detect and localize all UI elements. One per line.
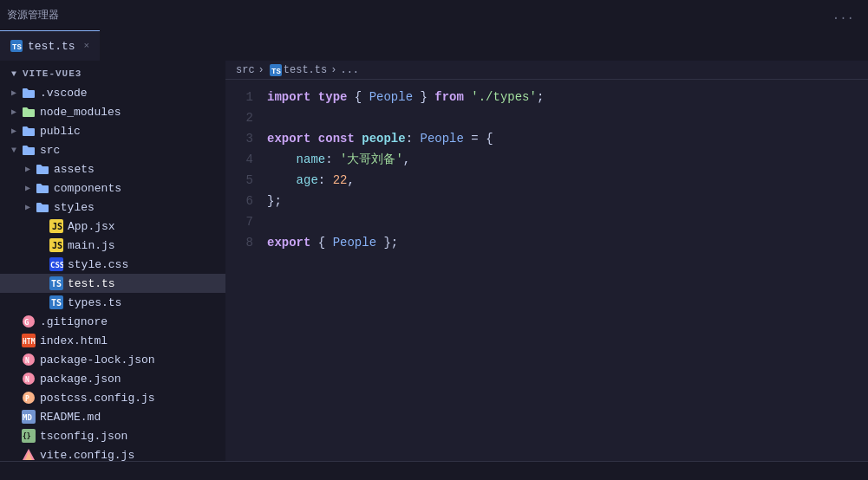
token: from: [434, 90, 464, 104]
tree-item-label: test.ts: [68, 277, 219, 290]
sidebar-root[interactable]: ▼ VITE-VUE3: [0, 64, 225, 83]
sidebar-item-tsconfig[interactable]: {} tsconfig.json: [0, 426, 225, 445]
ts-file-icon: TS: [10, 40, 23, 52]
token: import: [267, 90, 310, 104]
code-line-8: export { People };: [267, 232, 854, 253]
title-bar-menu[interactable]: ...: [826, 9, 861, 23]
sidebar-tree: ▼ VITE-VUE3 ▶ .vscode ▶ node_modules ▶ p…: [0, 61, 225, 461]
tree-item-label: main.js: [68, 239, 219, 252]
token: ,: [347, 173, 354, 187]
package-icon: N: [21, 352, 36, 367]
token: age: [297, 173, 318, 187]
line-number-5: 5: [225, 170, 253, 191]
svg-text:TS: TS: [51, 279, 62, 289]
sidebar-item-pkglock[interactable]: N package-lock.json: [0, 350, 225, 369]
tabs-bar: TS test.ts ×: [0, 30, 868, 61]
token: People: [420, 132, 463, 146]
tree-item-label: types.ts: [68, 296, 219, 309]
folder-green-icon: [21, 104, 36, 120]
css-icon: CSS: [49, 256, 64, 272]
sidebar-item-mainjs[interactable]: JS main.js: [0, 236, 225, 255]
editor-area[interactable]: 12345678 import type { People } from './…: [225, 80, 868, 461]
tab-test-ts[interactable]: TS test.ts ×: [0, 30, 100, 61]
svg-text:N: N: [25, 376, 29, 384]
svg-text:G: G: [24, 318, 29, 327]
title-bar: 资源管理器 ...: [0, 0, 868, 30]
token: [310, 90, 317, 104]
sidebar-item-node_modules[interactable]: ▶ node_modules: [0, 102, 225, 121]
tree-item-label: .vscode: [40, 87, 219, 100]
breadcrumb-sep1: ›: [258, 64, 264, 76]
tree-item-label: README.md: [40, 411, 219, 424]
package-icon: N: [21, 371, 36, 386]
sidebar-item-pkg[interactable]: N package.json: [0, 369, 225, 388]
breadcrumb-dots: ...: [340, 64, 359, 76]
sidebar-item-viteconfig[interactable]: vite.config.js: [0, 445, 225, 461]
breadcrumb-filename: test.ts: [284, 64, 327, 76]
token: type: [318, 90, 348, 104]
sidebar-item-typests[interactable]: TS types.ts: [0, 293, 225, 312]
sidebar-item-appjsx[interactable]: JS App.jsx: [0, 217, 225, 236]
sidebar-item-indexhtml[interactable]: HTML index.html: [0, 331, 225, 350]
token: People: [333, 236, 376, 250]
tab-close-button[interactable]: ×: [84, 41, 90, 51]
token: name: [297, 152, 326, 166]
token: ,: [403, 152, 410, 166]
token: [267, 152, 297, 166]
token: :: [406, 132, 413, 146]
sidebar-item-testts[interactable]: TS test.ts: [0, 274, 225, 293]
folder-blue-icon: [35, 199, 50, 215]
vite-icon: [21, 447, 36, 461]
token: './types': [471, 90, 537, 104]
token: people: [362, 132, 405, 146]
editor-panel: src › TS test.ts › ... 12345678 import t…: [225, 61, 868, 461]
token: [310, 132, 317, 146]
sidebar-item-vscode[interactable]: ▶ .vscode: [0, 83, 225, 102]
token: };: [267, 194, 282, 208]
code-line-7: [267, 211, 854, 232]
token: ;: [537, 90, 544, 104]
svg-text:JS: JS: [52, 222, 62, 231]
line-number-1: 1: [225, 87, 253, 107]
sidebar-item-stylecss[interactable]: CSS style.css: [0, 255, 225, 274]
sidebar-item-assets[interactable]: ▶ assets: [0, 159, 225, 178]
token: {: [318, 236, 333, 250]
svg-text:CSS: CSS: [50, 261, 63, 269]
line-numbers: 12345678: [225, 87, 267, 454]
tree-item-label: vite.config.js: [40, 449, 219, 462]
tree-item-label: package.json: [40, 373, 219, 386]
js-icon: JS: [49, 237, 64, 253]
tree-item-label: App.jsx: [68, 220, 219, 233]
code-container: 12345678 import type { People } from './…: [225, 80, 868, 461]
token: 22: [333, 173, 348, 187]
status-bar: [0, 461, 868, 480]
code-lines: import type { People } from './types'; e…: [267, 87, 868, 454]
sidebar-item-gitignore[interactable]: G .gitignore: [0, 312, 225, 331]
sidebar-item-src[interactable]: ▼ src: [0, 140, 225, 159]
svg-text:P: P: [25, 395, 29, 403]
sidebar-item-styles[interactable]: ▶ styles: [0, 198, 225, 217]
sidebar-item-public[interactable]: ▶ public: [0, 121, 225, 140]
sidebar-item-readme[interactable]: MD README.md: [0, 407, 225, 426]
code-line-6: };: [267, 191, 854, 211]
tree-arrow: ▶: [7, 107, 21, 117]
line-number-3: 3: [225, 128, 253, 149]
tree-item-label: tsconfig.json: [40, 430, 219, 443]
code-line-3: export const people: People = {: [267, 128, 854, 149]
folder-blue-icon: [21, 85, 36, 101]
tree-item-label: components: [54, 182, 219, 195]
root-arrow: ▼: [7, 69, 21, 79]
tree-arrow: ▶: [21, 202, 35, 212]
line-number-7: 7: [225, 211, 253, 232]
token: export: [267, 132, 310, 146]
postcss-icon: P: [21, 390, 36, 405]
tree-arrow: ▼: [7, 146, 21, 155]
line-number-2: 2: [225, 107, 253, 128]
sidebar-item-postcss[interactable]: P postcss.config.js: [0, 388, 225, 407]
token: '大哥刘备': [340, 152, 403, 166]
ts-icon: TS: [49, 295, 64, 310]
token: export: [267, 236, 310, 250]
token: }: [413, 90, 434, 104]
sidebar-item-components[interactable]: ▶ components: [0, 178, 225, 198]
token: [310, 236, 317, 250]
